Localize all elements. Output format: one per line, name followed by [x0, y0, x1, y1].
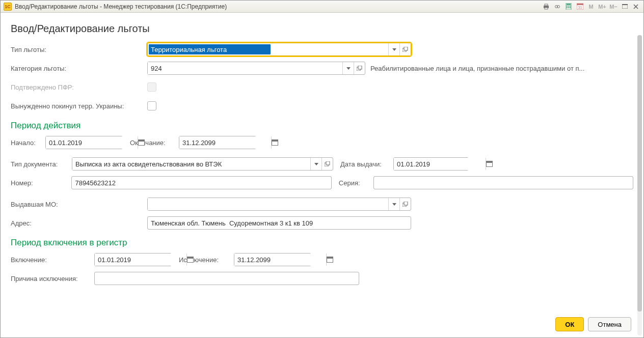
svg-rect-23: [326, 161, 330, 165]
svg-rect-14: [577, 4, 583, 5]
scrollbar[interactable]: [637, 35, 642, 335]
m-plus-button[interactable]: M+: [598, 3, 607, 11]
left-ukraine-checkbox[interactable]: [147, 101, 156, 110]
link-icon[interactable]: [553, 3, 562, 11]
svg-rect-8: [568, 6, 569, 7]
label-confirmed-pfr: Подтверждено ПФР:: [11, 83, 143, 91]
issue-date-value[interactable]: [394, 158, 486, 170]
svg-rect-11: [568, 7, 569, 8]
titlebar-controls: 31 M M+ M−: [542, 3, 640, 11]
row-issued-mo: Выдавшая МО:: [11, 198, 633, 211]
svg-rect-2: [545, 8, 548, 9]
titlebar: 1C Ввод/Редактирование льготы - Менеджер…: [1, 1, 643, 13]
calendar-icon[interactable]: 31: [575, 3, 584, 11]
series-input[interactable]: [373, 176, 633, 189]
address-input[interactable]: [147, 216, 411, 230]
dropdown-icon[interactable]: [388, 43, 399, 55]
svg-rect-21: [358, 66, 362, 69]
svg-rect-9: [570, 6, 571, 7]
label-number: Номер:: [11, 179, 67, 187]
issue-date-field[interactable]: [393, 157, 469, 171]
doc-type-combo[interactable]: [72, 157, 333, 171]
label-issue-date: Дата выдачи:: [340, 160, 389, 168]
open-icon[interactable]: [399, 43, 411, 55]
svg-rect-7: [567, 6, 568, 7]
label-exclusion-reason: Причина исключения:: [11, 275, 90, 283]
exclude-date-field[interactable]: [234, 253, 311, 266]
svg-rect-12: [570, 7, 571, 8]
label-address: Адрес:: [11, 219, 143, 227]
dropdown-icon[interactable]: [388, 198, 399, 210]
start-date-field[interactable]: [45, 136, 123, 149]
svg-rect-17: [622, 4, 628, 5]
exclusion-reason-input[interactable]: [94, 272, 359, 285]
confirmed-pfr-checkbox: [147, 82, 156, 92]
row-confirmed-pfr: Подтверждено ПФР:: [11, 80, 633, 94]
m-button[interactable]: M: [586, 3, 596, 11]
start-date-value[interactable]: [46, 136, 138, 149]
label-issued-mo: Выдавшая МО:: [11, 201, 143, 208]
app-icon: 1C: [4, 3, 12, 11]
svg-rect-19: [404, 47, 408, 50]
issued-mo-combo[interactable]: [147, 198, 411, 211]
section-period-action: Период действия: [11, 121, 633, 131]
page-title: Ввод/Редактирование льготы: [11, 23, 633, 35]
label-doc-type: Тип документа:: [11, 160, 68, 168]
row-benefit-type: Тип льготы: Территориальная льгота: [11, 43, 633, 56]
scrollbar-thumb[interactable]: [637, 35, 642, 312]
ok-button[interactable]: ОК: [555, 317, 584, 331]
svg-rect-6: [567, 4, 571, 5]
label-include: Включение:: [11, 256, 90, 264]
cancel-button[interactable]: Отмена: [588, 317, 631, 331]
number-input[interactable]: [71, 176, 331, 189]
print-icon[interactable]: [542, 3, 551, 11]
label-end: Окончание:: [130, 139, 175, 147]
form-body: Ввод/Редактирование льготы Тип льготы: Т…: [1, 13, 643, 337]
svg-rect-1: [545, 4, 548, 6]
include-date-value[interactable]: [95, 254, 186, 266]
doc-type-value[interactable]: [72, 158, 310, 170]
benefit-category-value[interactable]: [148, 62, 342, 74]
label-start: Начало:: [11, 139, 41, 147]
exclude-date-value[interactable]: [234, 254, 326, 266]
row-benefit-category: Категория льготы: Реабилитированные лица…: [11, 62, 633, 75]
row-number-series: Номер: Серия:: [11, 176, 633, 189]
row-address: Адрес:: [11, 216, 633, 230]
benefit-category-combo[interactable]: [147, 62, 365, 75]
benefit-type-combo[interactable]: Территориальная льгота: [147, 43, 411, 56]
open-icon[interactable]: [321, 158, 333, 170]
row-exclusion-reason: Причина исключения:: [11, 272, 633, 285]
calendar-icon[interactable]: [326, 254, 333, 266]
benefit-type-value[interactable]: Территориальная льгота: [149, 44, 271, 54]
calculator-icon[interactable]: [564, 3, 573, 11]
dropdown-icon[interactable]: [342, 62, 354, 74]
label-benefit-type: Тип льготы:: [11, 46, 143, 53]
window-title: Ввод/Редактирование льготы - Менеджер те…: [15, 3, 542, 10]
dropdown-icon[interactable]: [310, 158, 321, 170]
include-date-field[interactable]: [94, 253, 172, 266]
calendar-icon[interactable]: [486, 158, 493, 170]
svg-text:31: 31: [578, 6, 582, 9]
svg-rect-25: [404, 202, 408, 205]
row-register-dates: Включение: Исключение:: [11, 253, 633, 266]
window: 1C Ввод/Редактирование льготы - Менеджер…: [0, 0, 644, 338]
maximize-button[interactable]: [620, 3, 629, 11]
label-left-ukraine: Вынужденно покинул терр. Украины:: [11, 102, 143, 110]
row-period-action-dates: Начало: Окончание:: [11, 136, 633, 149]
calendar-icon[interactable]: [271, 136, 278, 149]
benefit-category-description: Реабилитированные лица и лица, признанны…: [370, 65, 584, 72]
label-benefit-category: Категория льготы:: [11, 65, 143, 72]
row-doc-type: Тип документа: Дата выдачи:: [11, 157, 633, 171]
svg-rect-10: [567, 7, 568, 8]
row-left-ukraine: Вынужденно покинул терр. Украины:: [11, 99, 633, 112]
open-icon[interactable]: [399, 198, 411, 210]
label-exclude: Исключение:: [179, 256, 230, 264]
m-minus-button[interactable]: M−: [609, 3, 618, 11]
open-icon[interactable]: [354, 62, 365, 74]
footer-buttons: ОК Отмена: [555, 317, 631, 331]
label-series: Серия:: [339, 179, 369, 187]
end-date-field[interactable]: [179, 136, 256, 149]
end-date-value[interactable]: [179, 136, 271, 149]
close-button[interactable]: [631, 3, 640, 11]
issued-mo-value[interactable]: [148, 198, 388, 210]
